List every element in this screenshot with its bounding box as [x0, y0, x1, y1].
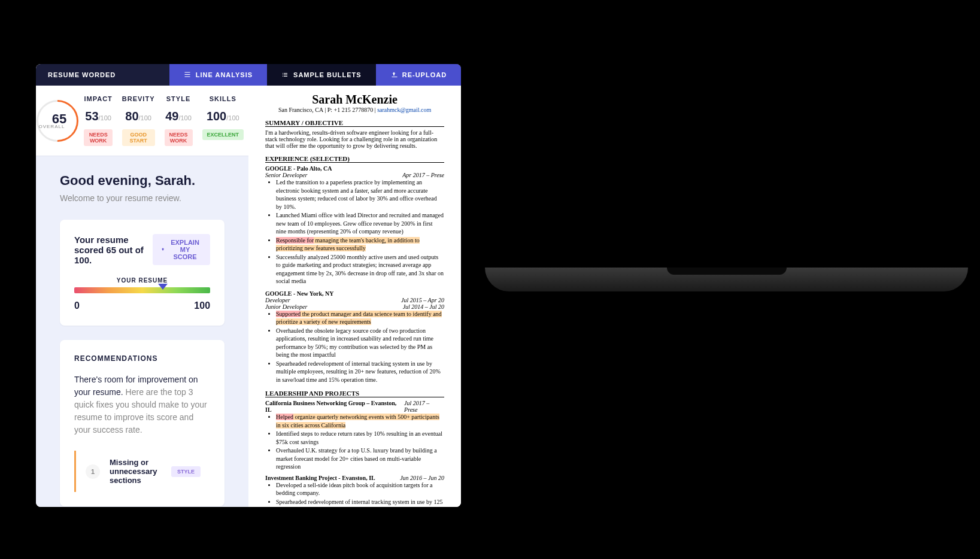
greeting: Good evening, Sarah. — [60, 173, 224, 189]
nav-sample-bullets[interactable]: SAMPLE BULLETS — [267, 64, 376, 86]
rec-badge: STYLE — [171, 466, 201, 477]
score-title: Your resume scored 65 out of 100. — [74, 235, 153, 265]
line-analysis-icon — [184, 71, 191, 78]
recommendations-intro: There's room for improvement on your res… — [74, 373, 210, 436]
email-link[interactable]: sarahmck@gmail.com — [377, 107, 431, 113]
lightbulb-icon — [161, 246, 165, 253]
explain-score-button[interactable]: EXPLAIN MY SCORE — [153, 234, 210, 265]
rec-number: 1 — [86, 464, 100, 479]
metric-skills[interactable]: SKILLS100/100EXCELLENT — [198, 95, 249, 146]
score-panel: 65 OVERALL IMPACT53/100NEEDS WORKBREVITY… — [36, 86, 248, 156]
metric-brevity[interactable]: BREVITY80/100GOOD START — [117, 95, 160, 146]
recommendation-item[interactable]: 1 Missing or unnecessary sections STYLE — [74, 451, 210, 492]
score-marker — [158, 284, 168, 290]
resume-preview: Sarah McKenzie San Francisco, CA | P: +1… — [248, 86, 461, 507]
slider-label: YOUR RESUME — [74, 277, 210, 284]
rec-name: Missing or unnecessary sections — [110, 458, 162, 485]
upload-icon — [390, 71, 398, 78]
score-card: Your resume scored 65 out of 100. EXPLAI… — [60, 220, 224, 326]
brand-logo: RESUME WORDED — [36, 64, 169, 86]
nav-line-analysis[interactable]: LINE ANALYSIS — [169, 64, 267, 86]
recommendations-card: RECOMMENDATIONS There's room for improve… — [60, 340, 224, 506]
nav-reupload[interactable]: RE-UPLOAD — [376, 64, 461, 86]
metric-impact[interactable]: IMPACT53/100NEEDS WORK — [79, 95, 117, 146]
score-slider — [74, 287, 210, 293]
recommendations-title: RECOMMENDATIONS — [74, 354, 210, 363]
list-icon — [281, 71, 289, 78]
welcome-text: Welcome to your resume review. — [60, 193, 224, 203]
metric-style[interactable]: STYLE49/100NEEDS WORK — [160, 95, 198, 146]
overall-score: 65 OVERALL — [36, 95, 79, 146]
